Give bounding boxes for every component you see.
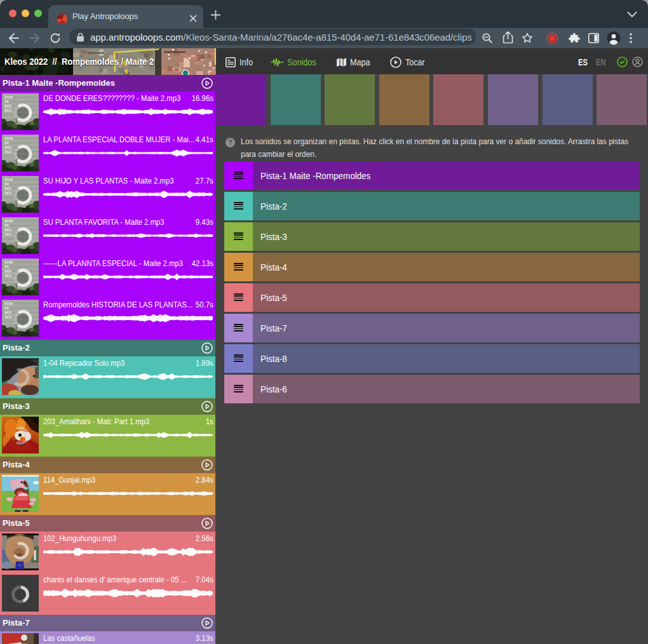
svg-text:ROM: ROM	[4, 95, 13, 99]
svg-text:ROM: ROM	[4, 219, 13, 223]
svg-text:?: ?	[228, 138, 232, 146]
svg-text:MOL: MOL	[4, 145, 13, 149]
svg-text:DES: DES	[4, 315, 12, 319]
svg-text:PE: PE	[4, 100, 10, 104]
svg-text:PE: PE	[4, 265, 10, 269]
svg-text:PE: PE	[4, 224, 10, 227]
svg-text:DES: DES	[4, 150, 12, 154]
svg-text:DES: DES	[4, 232, 12, 236]
svg-text:MOL: MOL	[4, 228, 13, 232]
svg-text:DES: DES	[4, 274, 12, 278]
svg-text:MOL: MOL	[4, 269, 13, 273]
svg-text:ROM: ROM	[4, 302, 13, 305]
svg-text:PE: PE	[4, 306, 10, 310]
svg-text:ROM: ROM	[4, 137, 13, 140]
svg-text:ROM: ROM	[4, 178, 13, 182]
svg-text:MOL: MOL	[4, 187, 13, 191]
svg-text:DES: DES	[4, 191, 12, 195]
svg-text:PE: PE	[4, 182, 10, 186]
svg-text:MOL: MOL	[4, 311, 13, 314]
svg-text:PE: PE	[4, 141, 10, 145]
svg-text:DES: DES	[4, 109, 12, 112]
svg-text:ROM: ROM	[4, 260, 13, 264]
svg-text:MOL: MOL	[4, 104, 13, 108]
